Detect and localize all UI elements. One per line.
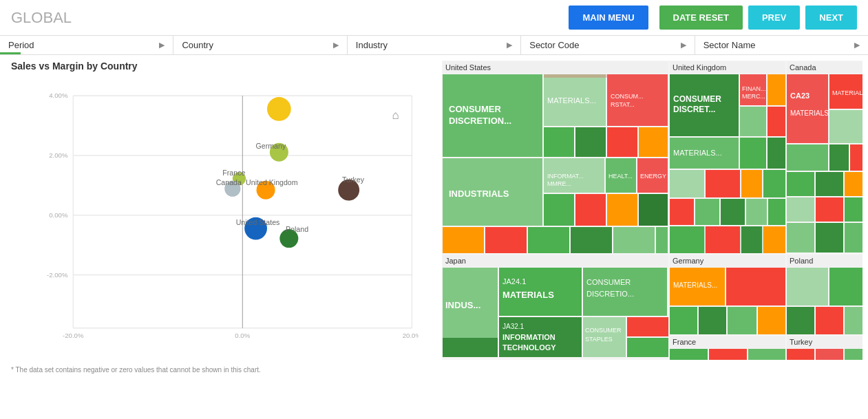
svg-rect-103 — [787, 223, 814, 253]
svg-text:STAPLES: STAPLES — [585, 336, 613, 343]
chart-title: Sales vs Margin by Country — [6, 55, 439, 74]
svg-rect-75 — [763, 170, 785, 197]
svg-text:0.0%: 0.0% — [235, 332, 250, 339]
prev-button[interactable]: PREV — [748, 6, 800, 30]
header: GLOBAL MAIN MENU DATE RESET PREV NEXT — [0, 0, 868, 35]
svg-rect-101 — [816, 197, 843, 222]
main-menu-button[interactable]: MAIN MENU — [569, 6, 648, 30]
filter-sector-name-label: Sector Name — [703, 40, 756, 50]
svg-text:-20.0%: -20.0% — [63, 332, 84, 339]
svg-rect-85 — [763, 226, 785, 253]
svg-rect-138 — [829, 268, 862, 305]
date-reset-button[interactable]: DATE RESET — [659, 6, 743, 30]
svg-rect-53 — [528, 227, 569, 253]
svg-text:United Kingdom: United Kingdom — [673, 63, 726, 72]
svg-text:MMRE...: MMRE... — [547, 180, 571, 187]
filter-bar: Period ▶ Country ▶ Industry ▶ Sector Cod… — [0, 35, 868, 55]
chart-footnote: * The data set contains negative or zero… — [6, 363, 439, 376]
svg-rect-84 — [741, 226, 762, 253]
svg-rect-150 — [816, 349, 843, 360]
scatter-point[interactable] — [267, 97, 291, 121]
svg-rect-33 — [544, 127, 574, 157]
filter-period-label: Period — [8, 40, 34, 50]
svg-rect-55 — [613, 227, 655, 253]
filter-industry-arrow: ▶ — [507, 41, 512, 50]
svg-rect-72 — [670, 170, 704, 197]
app-title: GLOBAL — [11, 9, 72, 27]
filter-country-arrow: ▶ — [333, 41, 339, 50]
svg-rect-141 — [845, 307, 862, 334]
svg-rect-151 — [845, 349, 862, 360]
svg-text:Germany: Germany — [673, 257, 704, 265]
filter-sector-code-arrow: ▶ — [681, 41, 686, 50]
svg-text:CONSUM...: CONSUM... — [611, 93, 644, 100]
svg-text:Canada: Canada — [216, 178, 242, 186]
svg-rect-36 — [639, 127, 668, 157]
filter-sector-code-label: Sector Code — [529, 40, 579, 50]
svg-rect-124 — [627, 338, 668, 357]
scatter-container: 4.00% 2.00% 0.00% -2.00% -20.0% 0.0% 20.… — [6, 74, 432, 363]
scatter-svg: 4.00% 2.00% 0.00% -2.00% -20.0% 0.0% 20.… — [40, 81, 419, 343]
svg-text:CONSUMER: CONSUMER — [449, 104, 501, 114]
svg-rect-132 — [699, 307, 726, 334]
svg-rect-123 — [627, 317, 668, 336]
svg-rect-52 — [485, 227, 527, 253]
filter-period-arrow: ▶ — [159, 41, 165, 50]
filter-period-indicator — [0, 52, 21, 54]
svg-text:-2.00%: -2.00% — [47, 271, 68, 279]
svg-rect-93 — [829, 110, 862, 143]
next-button[interactable]: NEXT — [805, 6, 857, 30]
svg-rect-78 — [721, 199, 745, 225]
svg-text:MERC...: MERC... — [742, 93, 765, 100]
svg-rect-65 — [768, 74, 785, 105]
svg-text:MATERIALS...: MATERIALS... — [547, 96, 596, 105]
svg-rect-70 — [740, 138, 766, 169]
svg-rect-83 — [706, 226, 740, 253]
svg-rect-144 — [670, 349, 708, 360]
svg-rect-95 — [829, 144, 849, 171]
svg-rect-105 — [845, 223, 862, 253]
svg-rect-35 — [607, 127, 637, 157]
svg-text:CONSUMER: CONSUMER — [585, 327, 622, 334]
svg-text:RSTAT...: RSTAT... — [611, 101, 635, 108]
svg-text:DISCRET...: DISCRET... — [673, 105, 715, 114]
svg-rect-73 — [706, 170, 740, 197]
svg-rect-56 — [656, 227, 668, 253]
svg-rect-71 — [768, 138, 785, 169]
svg-text:INDUS...: INDUS... — [445, 300, 480, 310]
filter-industry[interactable]: Industry ▶ — [348, 36, 521, 54]
svg-text:MATERIALS: MATERIALS — [790, 109, 829, 117]
svg-rect-54 — [571, 227, 612, 253]
svg-rect-30 — [607, 74, 668, 126]
filter-country-label: Country — [182, 40, 213, 50]
svg-rect-34 — [575, 127, 606, 157]
svg-text:Canada: Canada — [790, 63, 816, 72]
svg-rect-139 — [787, 307, 814, 334]
svg-text:0.00%: 0.00% — [49, 211, 68, 219]
svg-rect-80 — [768, 199, 785, 225]
svg-text:INFORMAT...: INFORMAT... — [547, 173, 584, 180]
svg-text:United Kingdom: United Kingdom — [246, 178, 298, 186]
svg-rect-125 — [443, 338, 498, 357]
svg-rect-134 — [758, 307, 785, 334]
filter-sector-name[interactable]: Sector Name ▶ — [695, 36, 868, 54]
svg-rect-97 — [787, 172, 814, 196]
filter-period[interactable]: Period ▶ — [0, 36, 173, 54]
svg-text:MATERIALS: MATERIALS — [832, 89, 862, 96]
filter-sector-code[interactable]: Sector Code ▶ — [521, 36, 695, 54]
filter-country[interactable]: Country ▶ — [173, 36, 347, 54]
svg-text:France: France — [222, 169, 245, 177]
svg-rect-94 — [787, 144, 828, 171]
svg-text:Japan: Japan — [445, 257, 466, 265]
svg-rect-49 — [607, 194, 637, 226]
treemap-svg: United States CONSUMER DISCRETION... MAT… — [442, 61, 862, 360]
svg-text:Poland: Poland — [790, 257, 813, 265]
svg-rect-131 — [670, 307, 697, 334]
treemap-section: United States CONSUMER DISCRETION... MAT… — [439, 55, 862, 376]
svg-rect-100 — [787, 197, 814, 222]
svg-text:United States: United States — [445, 63, 491, 72]
svg-text:INFORMATION: INFORMATION — [502, 333, 555, 341]
svg-text:Turkey: Turkey — [342, 175, 365, 184]
svg-rect-51 — [443, 227, 484, 253]
svg-rect-99 — [845, 172, 862, 196]
